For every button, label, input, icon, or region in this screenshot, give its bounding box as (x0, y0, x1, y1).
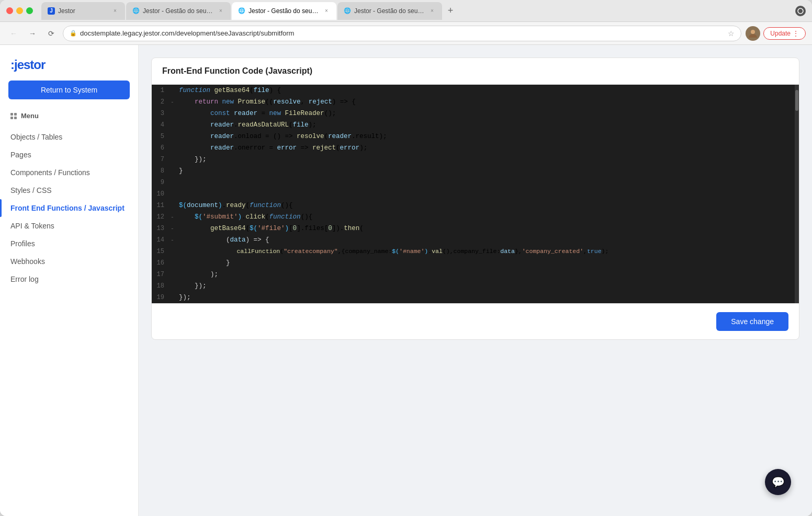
sidebar-menu-header: Menu (0, 108, 138, 124)
code-line-3: 3 const reader = new FileReader(); (152, 108, 799, 119)
browser-tab-1[interactable]: J Jestor × (41, 2, 125, 20)
logo-text: :jestor (10, 58, 45, 72)
browser-tab-4[interactable]: 🌐 Jestor - Gestão do seu Jeito × (337, 2, 442, 20)
browser-tab-2[interactable]: 🌐 Jestor - Gestão do seu Jeito × (126, 2, 231, 20)
tab-close-3[interactable]: × (323, 7, 330, 15)
tab-title-3: Jestor - Gestão do seu Jeito (249, 7, 320, 15)
sidebar-item-webhooks[interactable]: Webhooks (0, 253, 138, 270)
sidebar: :jestor Return to System Menu Objects / … (0, 45, 139, 516)
tab-favicon-2: 🌐 (132, 7, 140, 15)
card-title: Front-End Function Code (Javascript) (162, 66, 312, 75)
sidebar-item-styles[interactable]: Styles / CSS (0, 181, 138, 199)
card-footer: Save change (152, 303, 799, 339)
chat-icon: 💬 (772, 476, 785, 488)
code-line-13: 13 - getBase64($('#file')[0].files[0]).t… (152, 223, 799, 234)
sidebar-item-objects[interactable]: Objects / Tables (0, 128, 138, 146)
return-to-system-button[interactable]: Return to System (8, 81, 130, 99)
code-line-7: 7 }); (152, 154, 799, 165)
traffic-lights (6, 7, 33, 14)
lock-icon: 🔒 (70, 30, 77, 37)
sidebar-item-errorlog[interactable]: Error log (0, 270, 138, 288)
address-bar[interactable]: 🔒 docstemplate.legacy.jestor.com/develop… (63, 26, 741, 41)
content-card: Front-End Function Code (Javascript) 1 f… (151, 58, 799, 340)
svg-point-0 (798, 8, 803, 14)
sidebar-logo: :jestor (0, 45, 138, 81)
tab-title-1: Jestor (58, 7, 108, 15)
code-line-10: 10 (152, 188, 799, 200)
code-editor[interactable]: 1 function getBase64(file) { 2 - return … (152, 85, 799, 303)
svg-point-1 (751, 30, 755, 34)
browser-tab-3[interactable]: 🌐 Jestor - Gestão do seu Jeito × (232, 2, 336, 20)
update-button[interactable]: Update ⋮ (763, 27, 806, 40)
app-layout: :jestor Return to System Menu Objects / … (0, 45, 812, 516)
sidebar-item-components[interactable]: Components / Functions (0, 164, 138, 181)
code-line-16: 16 } (152, 257, 799, 269)
code-line-4: 4 reader.readAsDataURL(file); (152, 119, 799, 131)
main-content: Front-End Function Code (Javascript) 1 f… (139, 45, 812, 516)
code-line-17: 17 ); (152, 269, 799, 280)
address-text: docstemplate.legacy.jestor.com/developme… (80, 29, 725, 37)
refresh-button[interactable]: ⟳ (44, 26, 59, 41)
sidebar-item-pages[interactable]: Pages (0, 146, 138, 164)
window-controls-icon (795, 6, 806, 16)
code-line-15: 15 callFunction("createcompany",{company… (152, 246, 799, 257)
nav-actions: Update ⋮ (746, 26, 806, 41)
user-avatar[interactable] (746, 26, 760, 41)
update-dots: ⋮ (793, 30, 799, 37)
menu-label: Menu (21, 112, 39, 120)
code-line-6: 6 reader.onerror = error => reject(error… (152, 142, 799, 154)
grid-icon (10, 113, 17, 119)
code-line-14: 14 - (data) => { (152, 234, 799, 246)
code-line-1: 1 function getBase64(file) { (152, 85, 799, 96)
tab-close-4[interactable]: × (428, 7, 436, 15)
maximize-traffic-light[interactable] (26, 7, 33, 14)
code-line-19: 19 }); (152, 292, 799, 303)
tab-close-1[interactable]: × (111, 7, 119, 15)
code-line-2: 2 - return new Promise((resolve, reject)… (152, 96, 799, 108)
tab-favicon-3: 🌐 (238, 7, 245, 15)
minimize-traffic-light[interactable] (16, 7, 23, 14)
tabs-bar: J Jestor × 🌐 Jestor - Gestão do seu Jeit… (41, 2, 791, 20)
tab-title-4: Jestor - Gestão do seu Jeito (354, 7, 425, 15)
close-traffic-light[interactable] (6, 7, 13, 14)
forward-button[interactable]: → (25, 26, 40, 41)
sidebar-item-api[interactable]: API & Tokens (0, 217, 138, 235)
sidebar-item-frontend[interactable]: Front End Functions / Javascript (0, 199, 138, 217)
sidebar-nav: Objects / Tables Pages Components / Func… (0, 124, 138, 516)
code-content: 1 function getBase64(file) { 2 - return … (152, 85, 799, 303)
code-line-11: 11 $(document).ready(function(){ (152, 200, 799, 211)
code-line-18: 18 }); (152, 280, 799, 292)
sidebar-item-profiles[interactable]: Profiles (0, 235, 138, 253)
save-change-button[interactable]: Save change (716, 312, 788, 331)
bookmark-icon[interactable]: ☆ (728, 29, 735, 38)
code-line-12: 12 - $('#submit').click(function(){ (152, 211, 799, 223)
tab-favicon-4: 🌐 (344, 7, 351, 15)
code-line-8: 8 } (152, 165, 799, 177)
code-line-9: 9 (152, 177, 799, 188)
card-header: Front-End Function Code (Javascript) (152, 58, 799, 85)
tab-close-2[interactable]: × (217, 7, 224, 15)
tab-title-2: Jestor - Gestão do seu Jeito (143, 7, 214, 15)
code-scroll-thumb (795, 90, 798, 111)
back-button[interactable]: ← (6, 26, 21, 41)
code-line-5: 5 reader.onload = () => resolve(reader.r… (152, 131, 799, 142)
title-bar: J Jestor × 🌐 Jestor - Gestão do seu Jeit… (0, 0, 812, 22)
chat-bubble-button[interactable]: 💬 (765, 469, 791, 495)
new-tab-button[interactable]: + (443, 4, 458, 18)
tab-favicon-1: J (48, 7, 55, 15)
code-scrollbar[interactable] (795, 85, 799, 303)
browser-window: J Jestor × 🌐 Jestor - Gestão do seu Jeit… (0, 0, 812, 516)
nav-bar: ← → ⟳ 🔒 docstemplate.legacy.jestor.com/d… (0, 22, 812, 45)
